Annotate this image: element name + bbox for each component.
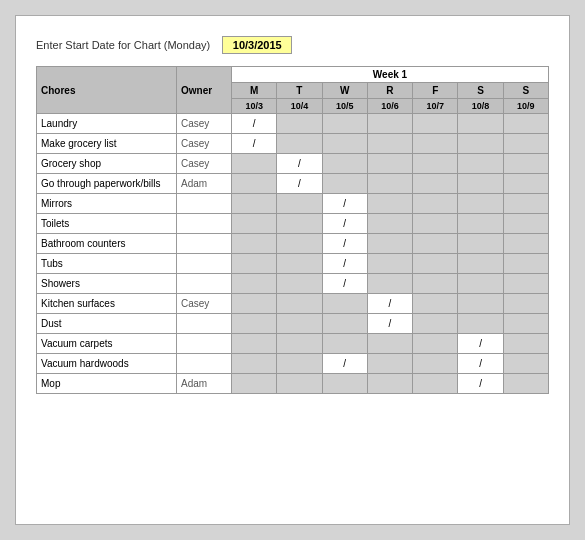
- day-cell: /: [458, 374, 503, 394]
- day-cell: [322, 314, 367, 334]
- day-cell: [503, 174, 548, 194]
- week-header: Week 1: [232, 67, 549, 83]
- owner-cell: [177, 274, 232, 294]
- day-W: W: [322, 83, 367, 99]
- day-cell: [277, 134, 322, 154]
- day-cell: /: [322, 274, 367, 294]
- day-cell: /: [277, 154, 322, 174]
- day-cell: [322, 374, 367, 394]
- day-cell: /: [232, 134, 277, 154]
- day-cell: [458, 234, 503, 254]
- date-103: 10/3: [232, 99, 277, 114]
- chore-cell: Bathroom counters: [37, 234, 177, 254]
- start-date-input[interactable]: 10/3/2015: [222, 36, 292, 54]
- day-cell: [413, 174, 458, 194]
- chore-cell: Laundry: [37, 114, 177, 134]
- day-cell: [503, 234, 548, 254]
- day-cell: [413, 254, 458, 274]
- date-109: 10/9: [503, 99, 548, 114]
- day-cell: [413, 274, 458, 294]
- day-cell: /: [277, 174, 322, 194]
- day-cell: [277, 114, 322, 134]
- table-row: MopAdam/: [37, 374, 549, 394]
- table-row: Tubs/: [37, 254, 549, 274]
- table-row: Make grocery listCasey/: [37, 134, 549, 154]
- day-cell: [503, 374, 548, 394]
- day-cell: [413, 234, 458, 254]
- owner-cell: [177, 194, 232, 214]
- day-cell: [322, 174, 367, 194]
- day-cell: [413, 334, 458, 354]
- owner-cell: Casey: [177, 294, 232, 314]
- owner-cell: Adam: [177, 374, 232, 394]
- day-cell: [277, 194, 322, 214]
- day-cell: [367, 334, 412, 354]
- owner-cell: [177, 214, 232, 234]
- day-cell: [277, 274, 322, 294]
- day-cell: [413, 214, 458, 234]
- owner-cell: Casey: [177, 114, 232, 134]
- day-cell: [367, 194, 412, 214]
- day-cell: [503, 354, 548, 374]
- chore-cell: Showers: [37, 274, 177, 294]
- chores-table: Chores Owner Week 1 M T W R F S S 10/3 1…: [36, 66, 549, 394]
- day-cell: [232, 274, 277, 294]
- day-cell: [277, 314, 322, 334]
- day-cell: [367, 234, 412, 254]
- chore-cell: Go through paperwork/bills: [37, 174, 177, 194]
- chore-cell: Tubs: [37, 254, 177, 274]
- date-104: 10/4: [277, 99, 322, 114]
- day-cell: /: [458, 354, 503, 374]
- chore-cell: Vacuum carpets: [37, 334, 177, 354]
- day-R: R: [367, 83, 412, 99]
- day-M: M: [232, 83, 277, 99]
- day-cell: [367, 214, 412, 234]
- day-cell: [367, 374, 412, 394]
- day-cell: [413, 154, 458, 174]
- day-cell: [367, 254, 412, 274]
- table-row: Bathroom counters/: [37, 234, 549, 254]
- header-label: Enter Start Date for Chart (Monday): [36, 39, 210, 51]
- day-cell: [458, 214, 503, 234]
- owner-cell: Casey: [177, 154, 232, 174]
- day-cell: [232, 214, 277, 234]
- day-cell: [503, 194, 548, 214]
- day-cell: [322, 134, 367, 154]
- table-row: Vacuum carpets/: [37, 334, 549, 354]
- owner-cell: [177, 254, 232, 274]
- day-cell: [277, 214, 322, 234]
- day-cell: [503, 154, 548, 174]
- day-cell: [367, 174, 412, 194]
- day-cell: [232, 334, 277, 354]
- table-row: Toilets/: [37, 214, 549, 234]
- date-105: 10/5: [322, 99, 367, 114]
- chore-cell: Kitchen surfaces: [37, 294, 177, 314]
- owner-cell: [177, 234, 232, 254]
- day-cell: [322, 154, 367, 174]
- day-cell: [503, 134, 548, 154]
- day-cell: [277, 254, 322, 274]
- day-cell: /: [322, 234, 367, 254]
- table-row: Showers/: [37, 274, 549, 294]
- header-row: Enter Start Date for Chart (Monday) 10/3…: [36, 36, 549, 54]
- chore-cell: Mop: [37, 374, 177, 394]
- day-cell: [458, 154, 503, 174]
- date-107: 10/7: [413, 99, 458, 114]
- day-cell: [413, 374, 458, 394]
- day-cell: /: [232, 114, 277, 134]
- day-cell: [232, 294, 277, 314]
- day-cell: /: [367, 294, 412, 314]
- day-cell: /: [322, 254, 367, 274]
- day-cell: [503, 114, 548, 134]
- owner-cell: [177, 334, 232, 354]
- day-cell: [232, 234, 277, 254]
- day-cell: [413, 314, 458, 334]
- owner-cell: Adam: [177, 174, 232, 194]
- day-cell: [277, 354, 322, 374]
- day-cell: [232, 154, 277, 174]
- day-cell: [277, 374, 322, 394]
- day-cell: [232, 374, 277, 394]
- day-cell: /: [322, 214, 367, 234]
- day-cell: [503, 334, 548, 354]
- table-row: Mirrors/: [37, 194, 549, 214]
